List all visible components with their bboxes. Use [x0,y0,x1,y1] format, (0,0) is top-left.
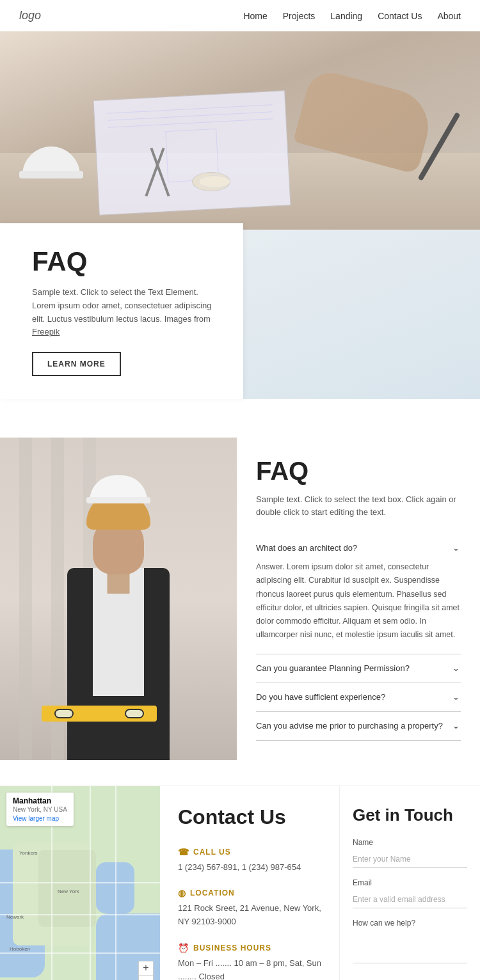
faq-question-1: Can you guarantee Planning Permission? [256,663,410,673]
map-larger-link[interactable]: View larger map [13,815,67,822]
address-text: 121 Rock Sreet, 21 Avenue, New York, NY … [178,902,321,929]
nav-contact[interactable]: Contact Us [378,11,422,21]
contact-info: Contact Us ☎ CALL US 1 (234) 567-891, 1 … [160,786,339,980]
nav-links: Home Projects Landing Contact Us About [243,11,461,21]
faq1-title: FAQ [32,246,220,277]
faq-chevron-0: ⌄ [451,542,461,553]
faq-item-0: What does an architect do? ⌄ Answer. Lor… [256,533,461,654]
name-field-group: Name [353,838,467,868]
faq-box: FAQ Sample text. Click to select the Tex… [0,223,243,399]
hero-image [0,31,480,230]
faq1-freepik-link[interactable]: Freepik [32,327,60,336]
clock-icon: ⏰ [178,943,189,953]
email-field-group: Email [353,878,467,908]
location-label: LOCATION [190,889,235,897]
faq-item-2: Do you have sufficient experience? ⌄ [256,683,461,712]
contact-phone: ☎ CALL US 1 (234) 567-891, 1 (234) 987-6… [178,847,321,874]
faq-chevron-1: ⌄ [451,663,461,674]
faq-item-3-header[interactable]: Can you advise me prior to purchasing a … [256,721,461,731]
faq-item-3: Can you advise me prior to purchasing a … [256,712,461,741]
nav-projects[interactable]: Projects [283,11,316,21]
faq2-title: FAQ [256,457,461,486]
faq-answer-0: Answer. Lorem ipsum dolor sit amet, cons… [256,553,461,645]
name-label: Name [353,838,467,847]
phone-number: 1 (234) 567-891, 1 (234) 987-654 [178,861,321,874]
get-in-touch-title: Get in Touch [353,805,467,825]
phone-icon: ☎ [178,847,189,857]
faq-section-1: FAQ Sample text. Click to select the Tex… [0,223,480,399]
faq1-right-image [243,223,480,399]
name-input[interactable] [353,851,467,868]
faq2-left-image [0,438,237,760]
faq2-right: FAQ Sample text. Click to select the tex… [237,438,480,760]
faq-item-2-header[interactable]: Do you have sufficient experience? ⌄ [256,692,461,702]
faq-item-0-header[interactable]: What does an architect do? ⌄ [256,542,461,553]
message-textarea[interactable] [353,931,467,963]
hero-section [0,31,480,230]
hours-text: Mon – Fri ....... 10 am – 8 pm, Sat, Sun… [178,957,321,980]
faq-item-1: Can you guarantee Planning Permission? ⌄ [256,654,461,683]
spacer [0,399,480,438]
contact-title: Contact Us [178,805,321,829]
logo: logo [19,9,41,22]
map-sublocation: New York, NY USA [13,806,67,813]
hours-label: BUSINESS HOURS [193,944,271,952]
location-icon: ◍ [178,888,186,898]
faq-chevron-2: ⌄ [451,692,461,702]
faq-item-1-header[interactable]: Can you guarantee Planning Permission? ⌄ [256,663,461,674]
map-column: New York Yonkers Newark Hoboken Manhatta… [0,786,160,980]
email-label: Email [353,878,467,887]
get-in-touch-panel: Get in Touch Name Email How can we help?… [339,786,480,980]
faq-question-0: What does an architect do? [256,543,357,553]
nav-home[interactable]: Home [243,11,267,21]
nav-about[interactable]: About [437,11,461,21]
faq2-subtitle: Sample text. Click to select the text bo… [256,493,461,518]
email-input[interactable] [353,891,467,908]
contact-section: New York Yonkers Newark Hoboken Manhatta… [0,786,480,980]
map-location: Manhattan [13,796,67,805]
nav-landing[interactable]: Landing [330,11,362,21]
faq-question-2: Do you have sufficient experience? [256,692,385,702]
contact-hours: ⏰ BUSINESS HOURS Mon – Fri ....... 10 am… [178,943,321,980]
faq-section-2: FAQ Sample text. Click to select the tex… [0,438,480,786]
message-field-group: How can we help? [353,919,467,966]
message-label: How can we help? [353,919,467,928]
faq-question-3: Can you advise me prior to purchasing a … [256,721,443,731]
map-zoom-in[interactable]: + [139,961,153,976]
contact-location: ◍ LOCATION 121 Rock Sreet, 21 Avenue, Ne… [178,888,321,929]
navigation: logo Home Projects Landing Contact Us Ab… [0,0,480,31]
faq1-description: Sample text. Click to select the Text El… [32,286,220,339]
hardhat-decoration [19,146,83,191]
map-simulation: New York Yonkers Newark Hoboken Manhatta… [0,786,160,980]
person-image [0,438,237,760]
phone-label: CALL US [193,848,231,857]
learn-more-button[interactable]: LEARN MORE [32,352,121,376]
map-zoom-out[interactable]: − [139,976,153,980]
map-zoom-controls: + − [138,961,154,980]
faq-chevron-3: ⌄ [451,721,461,731]
map-label-box: Manhattan New York, NY USA View larger m… [6,793,74,826]
